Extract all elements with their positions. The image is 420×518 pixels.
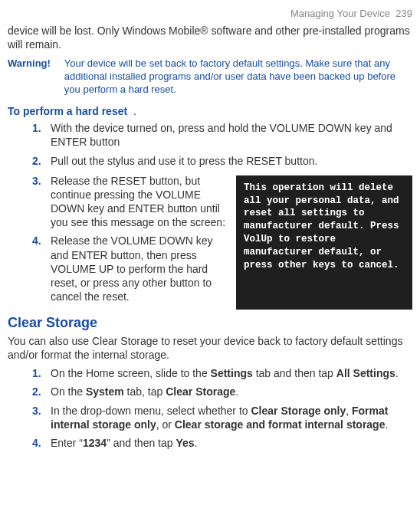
cs4-a: Enter “ bbox=[51, 437, 83, 449]
warning-block: Warning! Your device will be set back to… bbox=[8, 57, 412, 97]
clear-storage-title: Clear Storage bbox=[8, 314, 412, 332]
section-name: Managing Your Device bbox=[290, 8, 390, 19]
clear-storage-step-2: On the System tab, tap Clear Storage. bbox=[51, 385, 412, 398]
cs3-f: Clear storage and format internal storag… bbox=[175, 418, 386, 431]
hard-reset-step-1: With the device turned on, press and hol… bbox=[51, 121, 412, 149]
cs1-a: On the Home screen, slide to the bbox=[51, 367, 211, 379]
cs2-c: tab, tap bbox=[124, 385, 166, 398]
hard-reset-title: To perform a hard reset . bbox=[8, 104, 412, 118]
hard-reset-steps-top: With the device turned on, press and hol… bbox=[8, 121, 412, 168]
warning-text: Your device will be set back to factory … bbox=[64, 57, 412, 97]
cs1-e: . bbox=[395, 367, 399, 379]
cs4-b: 1234 bbox=[83, 437, 107, 449]
hard-reset-dot: . bbox=[133, 105, 136, 117]
cs2-b: System bbox=[86, 385, 124, 398]
cs3-b: Clear Storage only bbox=[251, 405, 346, 417]
warning-label: Warning! bbox=[8, 57, 64, 97]
page-header: Managing Your Device 239 bbox=[8, 8, 412, 21]
hard-reset-step-3: Release the RESET button, but continue p… bbox=[51, 174, 227, 230]
hard-reset-steps-left: Release the RESET button, but continue p… bbox=[8, 174, 227, 304]
cs4-e: . bbox=[195, 437, 198, 449]
hard-reset-title-text: To perform a hard reset bbox=[8, 105, 127, 117]
device-screen-message: This operation will delete all your pers… bbox=[236, 175, 412, 310]
clear-storage-step-4: Enter “1234” and then tap Yes. bbox=[51, 436, 412, 450]
intro-paragraph: device will be lost. Only Windows Mobile… bbox=[8, 24, 412, 51]
clear-storage-step-1: On the Home screen, slide to the Setting… bbox=[51, 366, 412, 380]
cs1-d: All Settings bbox=[336, 367, 395, 379]
cs4-c: ” and then tap bbox=[107, 437, 176, 449]
cs2-d: Clear Storage bbox=[166, 385, 235, 398]
clear-storage-intro: You can also use Clear Storage to reset … bbox=[8, 334, 412, 362]
cs2-e: . bbox=[235, 385, 238, 398]
cs3-c: , bbox=[346, 405, 352, 417]
clear-storage-steps: On the Home screen, slide to the Setting… bbox=[8, 366, 412, 450]
cs4-d: Yes bbox=[176, 437, 194, 449]
page-number: 239 bbox=[395, 8, 412, 19]
cs1-c: tab and then tap bbox=[253, 367, 336, 379]
cs3-e: , or bbox=[156, 418, 175, 431]
hard-reset-step-4: Release the VOLUME DOWN key and ENTER bu… bbox=[51, 234, 227, 303]
cs2-a: On the bbox=[51, 385, 86, 398]
cs3-a: In the drop-down menu, select whether to bbox=[51, 405, 251, 417]
cs1-b: Settings bbox=[211, 367, 253, 379]
hard-reset-step-2: Pull out the stylus and use it to press … bbox=[51, 154, 412, 168]
cs3-g: . bbox=[385, 418, 388, 431]
clear-storage-step-3: In the drop-down menu, select whether to… bbox=[51, 404, 412, 431]
